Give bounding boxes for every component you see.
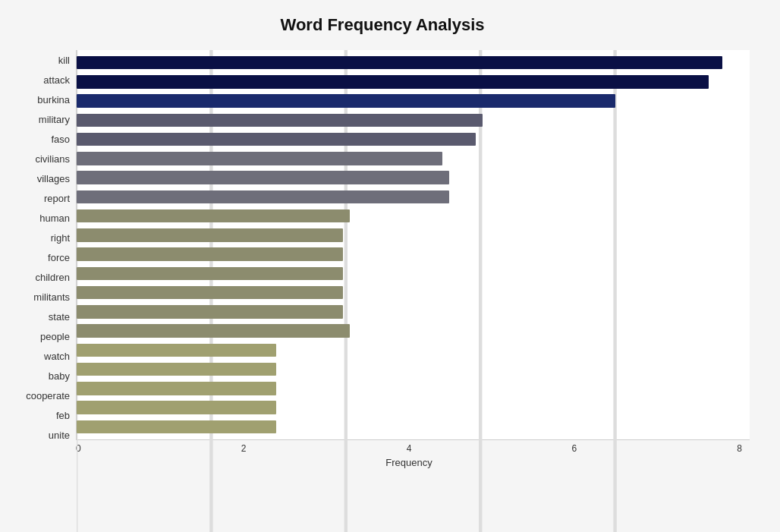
bar [77,267,343,281]
bar-row [77,283,742,302]
y-label: feb [56,411,70,420]
y-label: villages [37,174,70,184]
bar [77,56,722,70]
y-label: human [39,213,70,223]
chart-container: Word Frequency Analysis killattackburkin… [0,0,780,532]
y-label: children [35,272,70,282]
bar-row [77,72,742,91]
bar-row [77,111,742,130]
bar [77,286,343,300]
y-label: people [40,332,70,342]
bar-row [77,302,742,321]
bar-row [77,53,742,72]
x-tick: 6 [571,443,577,454]
bar-row [77,92,742,111]
chart-area: killattackburkinamilitaryfasociviliansvi… [15,50,750,468]
y-label: unite [49,430,70,440]
bar [77,401,276,414]
bar-row [77,264,742,283]
bar [77,228,343,242]
bar [77,247,343,261]
bar-row [77,130,742,149]
bar [77,305,343,319]
x-axis: 02468 [76,440,750,454]
bar-row [77,225,742,244]
bar-row [77,245,742,264]
y-label: burkina [37,95,70,105]
x-tick: 0 [76,443,81,454]
y-label: faso [51,134,70,144]
y-label: military [39,115,70,124]
y-label: watch [44,351,70,361]
y-label: right [51,233,70,243]
y-label: cooperate [26,391,70,401]
y-label: state [49,312,70,322]
bar [77,344,276,357]
x-tick: 2 [241,443,247,454]
y-label: attack [43,75,70,85]
bar [77,171,449,184]
chart-title: Word Frequency Analysis [15,15,750,35]
y-label: baby [49,371,70,381]
bars-and-xaxis: 02468 Frequency [76,50,750,468]
y-label: kill [58,55,70,65]
y-label: civilians [35,154,70,164]
x-tick: 4 [407,443,412,454]
bar-row [77,379,742,398]
bar [77,420,276,434]
bar [77,152,442,165]
bar-row [77,398,742,417]
bar-row [77,341,742,360]
bar [77,114,483,127]
bar [77,190,449,204]
bar [77,133,476,146]
bar-row [77,206,742,225]
bar-row [77,322,742,341]
y-label: report [44,194,70,203]
bar-row [77,149,742,168]
y-axis: killattackburkinamilitaryfasociviliansvi… [15,50,76,468]
bar [77,324,350,338]
bar-row [77,168,742,187]
bar [77,209,350,223]
bar [77,94,615,108]
bar-row [77,360,742,379]
x-axis-label: Frequency [76,457,750,468]
bar-row [77,187,742,206]
x-tick: 8 [737,443,742,454]
y-label: militants [33,292,70,302]
bar-row [77,417,742,436]
bars-container [76,50,750,440]
bar [77,75,709,89]
bar [77,382,276,395]
bar [77,363,276,376]
y-label: force [48,253,70,263]
